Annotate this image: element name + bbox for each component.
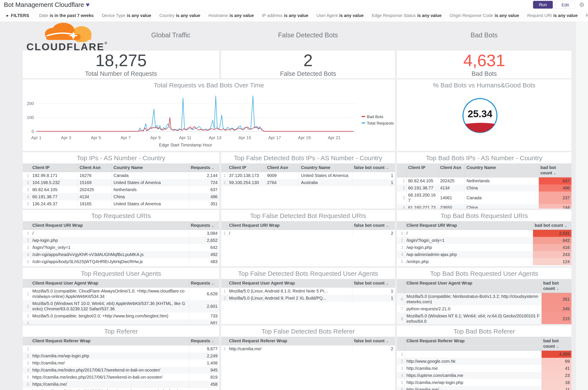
table-cell: 1 (352, 179, 395, 186)
svg-text:100: 100 (27, 115, 34, 120)
table-cell: 104.198.5.232 (31, 179, 78, 186)
table-cell (405, 351, 541, 358)
table-cell: 681 (189, 320, 219, 324)
filter-item[interactable]: Countryis any value (159, 13, 200, 18)
column-header[interactable]: Requests⌄ (189, 337, 219, 345)
table-cell: Netherlands (112, 186, 189, 193)
column-header[interactable]: Client Asn (438, 163, 465, 177)
svg-text:Apr 1: Apr 1 (31, 135, 42, 140)
filters-label[interactable]: FILTERS (11, 13, 29, 18)
column-header[interactable]: Country Name (112, 163, 189, 172)
table: Client IPClient AsnCountry NameRequests⌄… (23, 163, 219, 207)
table-cell: Mozilla/5.0 (Windows NT 10.0; Win64; x64… (31, 300, 189, 312)
svg-text:Apr 3: Apr 3 (61, 135, 71, 140)
table-cell: 16276 (78, 172, 112, 179)
filter-item[interactable]: Origin Response Codeis any value (450, 13, 519, 18)
table-panel-top-ips: Top IPs - AS Number - Country Client IPC… (23, 152, 219, 208)
table-cell: 819 (189, 374, 219, 381)
table-cell: 2,031 (533, 230, 572, 237)
sort-caret-icon: ⌄ (386, 339, 389, 343)
column-header[interactable]: Requests⌄ (189, 279, 219, 288)
column-header[interactable]: false bot count⌄ (352, 163, 395, 172)
filter-item[interactable]: IP addressis any value (262, 13, 308, 18)
filter-item[interactable]: Edge Response Statusis any value (372, 13, 441, 18)
table-cell: 68.183.200.167 (406, 192, 438, 204)
column-header[interactable]: Client Request User Agent Wrap (31, 279, 189, 288)
row-number: 3 (23, 359, 31, 367)
filter-name: Edge Response Status (372, 13, 416, 18)
column-header[interactable]: bad bot count⌄ (539, 163, 572, 177)
column-header[interactable]: Client IP (406, 163, 438, 177)
table-cell: China (465, 185, 539, 192)
row-number: 4 (397, 251, 405, 258)
column-header[interactable]: Client IP (227, 163, 265, 172)
table: Client Request User Agent Wrapbad bot co… (397, 279, 572, 324)
column-header[interactable]: bad bot count⌄ (541, 337, 572, 351)
heart-icon: ♥ (86, 1, 90, 8)
svg-text:Apr 15: Apr 15 (238, 135, 251, 140)
filters-expander-icon[interactable]: ▶ (6, 14, 9, 17)
legend-label[interactable]: Bad Bots (367, 114, 383, 119)
table-row: 4681 (23, 320, 219, 324)
filter-item[interactable]: Dateis in the past 7 weeks (39, 13, 94, 18)
table-cell: / (227, 230, 352, 237)
kpi-label: Total Number of Requests (85, 70, 157, 77)
column-header[interactable]: false bot count⌄ (352, 337, 395, 345)
run-button[interactable]: Run (533, 1, 553, 9)
filter-item[interactable]: RayIDis any value (586, 13, 588, 18)
table-cell: United States of America (112, 200, 189, 207)
table-row: 5/cdn-cgi/apps/body/3Lh52SjWTQ4HRlErJykH… (23, 258, 219, 265)
table-cell: /xmlrpc.php (405, 258, 533, 265)
column-header[interactable]: Client IP (31, 163, 78, 172)
edit-button[interactable]: Edit (555, 1, 575, 9)
column-header[interactable]: Client Request URI Wrap (227, 221, 352, 230)
table-panel-top-uris: Top Requested URIs Client Request URI Wr… (23, 210, 219, 266)
table: Client Request Referer Wrapfalse bot cou… (221, 337, 395, 352)
table-panel-bad-bot-uris: Top Bad Bots Requested URIs Client Reque… (397, 210, 572, 266)
column-header[interactable]: bad bot count⌄ (541, 279, 572, 293)
table-cell: 4134 (78, 193, 112, 200)
column-header[interactable]: Client Asn (78, 163, 112, 172)
table-cell: 192.99.8.171 (31, 172, 78, 179)
timeseries-chart[interactable]: 0100200Apr 1Apr 3Apr 5Apr 7Apr 9Apr 11Ap… (23, 91, 395, 151)
column-header[interactable]: Client Request Referer Wrap (227, 337, 352, 345)
row-number: 4 (23, 320, 31, 324)
column-header[interactable]: Client Request Referer Wrap (31, 337, 189, 345)
column-header[interactable]: Client Request User Agent Wrap (405, 279, 541, 293)
filter-item[interactable]: Device Typeis any value (102, 13, 151, 18)
legend-label[interactable]: Total Requests (367, 121, 394, 125)
column-header[interactable]: false bot count⌄ (352, 221, 395, 230)
sort-caret-icon: ⌄ (556, 344, 559, 348)
column-header[interactable]: Country Name (465, 163, 539, 177)
table-title: Top Bad Bots Requested User Agents (397, 268, 572, 279)
filter-item[interactable]: User Agentis any value (317, 13, 364, 18)
series-line-bad-bots (36, 117, 353, 131)
column-header[interactable]: Requests⌄ (189, 221, 219, 230)
table-cell: 945 (189, 367, 219, 374)
kpi-value: 18,275 (95, 52, 147, 69)
gear-icon[interactable]: ⚙ (579, 1, 584, 8)
filter-item[interactable]: Hostnameis any value (208, 13, 254, 18)
row-number: 1 (397, 230, 405, 237)
sort-caret-icon: ⌄ (211, 223, 215, 228)
column-header[interactable]: Client Request URI Wrap (405, 221, 533, 230)
row-number: 8 (397, 312, 405, 324)
svg-text:200: 200 (27, 101, 34, 106)
table-cell: 11 (541, 386, 572, 390)
table-row: 4/cdn-cgi/apps/head/xVgyKhR-vV3dAUGhMqfB… (23, 251, 219, 258)
column-header[interactable]: Client Request URI Wrap (31, 221, 189, 230)
dashboard-page: Bot Management Cloudflare♥ Run Edit ⚙ ▶ … (0, 0, 588, 390)
filter-item[interactable]: Request URIis any value (527, 13, 578, 18)
table-title: Top Bad Bots Requested URIs (397, 210, 572, 221)
column-header[interactable]: Client Request User Agent Wrap (227, 279, 352, 288)
row-number-header (221, 221, 227, 230)
table-cell: 4134 (438, 185, 465, 192)
column-header[interactable]: Client Asn (265, 163, 299, 172)
column-header[interactable]: bad bot count⌄ (533, 221, 572, 230)
column-header[interactable]: Client Request Referer Wrap (405, 337, 541, 351)
column-header[interactable]: Country Name (299, 163, 352, 172)
table-cell: 496 (539, 185, 572, 192)
table: Client Request URI Wrapbad bot count⌄1/2… (397, 221, 572, 265)
column-header[interactable]: Requests⌄ (189, 163, 219, 172)
column-header[interactable]: false bot count⌄ (352, 279, 395, 288)
